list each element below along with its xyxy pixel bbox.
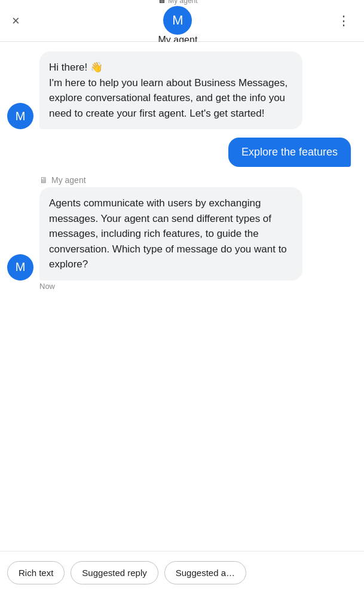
timestamp: Now [7,282,357,291]
header-subtitle-row: 🖥 My agent [158,0,197,5]
agent-message-row-1: M Hi there! 👋 I'm here to help you learn… [7,51,357,129]
close-button[interactable]: × [10,11,22,31]
header: × 🖥 My agent M My agent ⋮ [0,0,364,42]
header-center: 🖥 My agent M My agent [158,0,197,45]
agent-message-2: 🖥 My agent M Agents communicate with use… [7,175,357,291]
user-message-1: Explore the features [7,138,357,167]
chat-area: M Hi there! 👋 I'm here to help you learn… [0,42,364,551]
agent-avatar-2: M [7,254,33,281]
agent-message-row-2: M Agents communicate with users by excha… [7,187,357,281]
agent-bubble-2: Agents communicate with users by exchang… [39,187,302,281]
user-bubble-1: Explore the features [228,138,351,167]
app-container: × 🖥 My agent M My agent ⋮ M Hi there! 👋 … [0,0,364,594]
chip-rich-text[interactable]: Rich text [7,561,65,584]
chip-suggested-reply[interactable]: Suggested reply [71,561,158,584]
agent-message-1: M Hi there! 👋 I'm here to help you learn… [7,51,357,129]
agent-label-row-2: 🖥 My agent [7,175,357,185]
agent-icon-2: 🖥 [39,175,48,185]
agent-bubble-1: Hi there! 👋 I'm here to help you learn a… [39,51,302,129]
header-subtitle-text: My agent [168,0,197,5]
chip-suggested-action[interactable]: Suggested a… [164,561,246,584]
agent-icon-small: 🖥 [158,0,166,5]
agent-avatar-1: M [7,103,33,129]
avatar: M [163,6,192,35]
agent-label-text-2: My agent [51,175,86,185]
header-left: × [10,11,22,31]
chip-bar: Rich text Suggested reply Suggested a… [0,551,364,594]
more-options-button[interactable]: ⋮ [334,11,354,31]
